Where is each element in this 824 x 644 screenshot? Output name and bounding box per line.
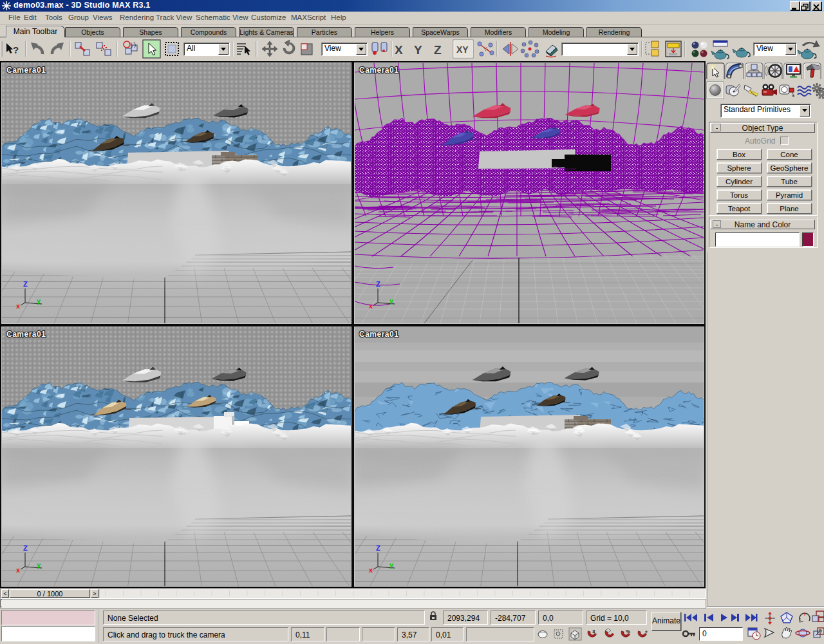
svg-text:x: x (369, 566, 373, 574)
svg-text:x: x (16, 566, 21, 574)
svg-text:Camera01: Camera01 (359, 330, 398, 339)
svg-text:x: x (369, 302, 373, 310)
svg-text:Camera01: Camera01 (359, 66, 398, 75)
svg-text:Z: Z (376, 544, 380, 552)
svg-text:x: x (16, 302, 21, 310)
svg-text:Z: Z (434, 43, 442, 57)
svg-text:Z: Z (376, 280, 380, 288)
svg-text:3: 3 (592, 629, 595, 634)
svg-text:X: X (395, 43, 403, 57)
svg-text:%: % (626, 629, 630, 634)
svg-text:y: y (37, 561, 41, 569)
svg-text:Z: Z (23, 280, 28, 288)
svg-text:?: ? (13, 44, 19, 55)
svg-text:Camera01: Camera01 (6, 330, 46, 339)
svg-text:y: y (389, 297, 394, 305)
svg-text:Y: Y (414, 43, 422, 57)
svg-text:Z: Z (23, 544, 28, 552)
svg-text:y: y (389, 561, 394, 569)
svg-text:Camera01: Camera01 (6, 66, 46, 75)
svg-text:XY: XY (456, 44, 469, 55)
svg-text:y: y (37, 297, 41, 305)
